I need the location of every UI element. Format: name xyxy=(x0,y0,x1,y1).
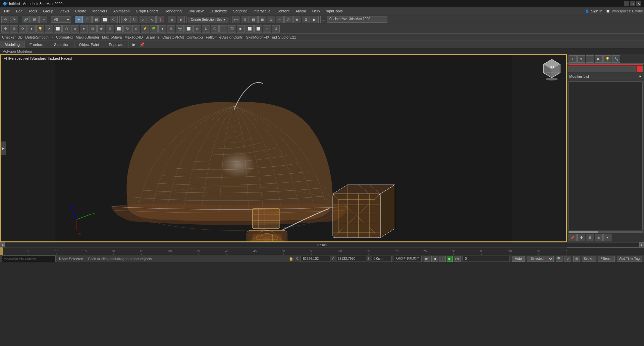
pb-prev-frame[interactable]: ◀ xyxy=(431,256,438,262)
menu-graph-editors[interactable]: Graph Editors xyxy=(133,8,161,14)
tb2-btn15[interactable]: ↻ xyxy=(123,25,131,33)
viewport-play-arrow[interactable]: ▶ xyxy=(1,141,6,155)
render-setup-button[interactable]: 🖥 xyxy=(302,16,310,23)
menu-interactive[interactable]: Interactive xyxy=(251,8,273,14)
maximize-button[interactable]: □ xyxy=(630,1,635,6)
tb2-btn19[interactable]: ♦ xyxy=(158,25,166,33)
pb-pause[interactable]: ⏸ xyxy=(439,256,446,262)
tb2-btn9[interactable]: ⊕ xyxy=(71,25,79,33)
plugin-falloff[interactable]: FallOff xyxy=(206,35,217,39)
tab-object-paint[interactable]: Object Paint xyxy=(74,41,104,48)
tb2-btn12[interactable]: ⊕ xyxy=(97,25,105,33)
pivot-button[interactable]: ◈ xyxy=(177,16,185,23)
rp-scroll[interactable] xyxy=(569,231,643,233)
menu-arnold[interactable]: Arnold xyxy=(293,8,309,14)
plugin-etassign[interactable]: etAssignContri xyxy=(219,35,244,39)
select-rect-button[interactable]: ⬜ xyxy=(101,16,109,23)
close-button[interactable]: ✕ xyxy=(636,1,641,6)
scale-uniform-button[interactable]: ⤡ xyxy=(148,16,156,23)
lock-icon[interactable]: 🔒 xyxy=(289,256,293,261)
menu-animation[interactable]: Animation xyxy=(111,8,132,14)
tb2-btn17[interactable]: ⚡ xyxy=(141,25,149,33)
frame-counter[interactable] xyxy=(463,256,510,262)
pb-play-fwd[interactable]: ▶ xyxy=(447,256,453,262)
coord-z-field[interactable] xyxy=(372,256,392,262)
minimize-button[interactable]: ─ xyxy=(624,1,629,6)
tb2-btn4[interactable]: ▼ xyxy=(28,25,36,33)
plugin-maxtomaya[interactable]: MaxToMaya xyxy=(102,35,122,39)
bind-space-warp-button[interactable]: 〜 xyxy=(39,16,47,23)
tb2-btn1[interactable]: ⚙ xyxy=(1,25,9,33)
ribbon-pin-btn[interactable]: 📌 xyxy=(139,41,146,48)
curve-editor-button[interactable]: ~ xyxy=(276,16,284,23)
select-object-button[interactable]: ✛ xyxy=(75,16,83,23)
plugin-deletesmooth[interactable]: DeleteSmooth xyxy=(25,35,49,39)
filters-button[interactable]: Filters... xyxy=(598,256,615,262)
rp-cut-btn[interactable]: ✂ xyxy=(603,234,611,241)
tb2-btn30[interactable]: ⬜ xyxy=(254,25,262,33)
tb2-btn8[interactable]: ⬡ xyxy=(62,25,70,33)
zoom-extents-btn[interactable]: ⤢ xyxy=(565,256,571,262)
plugin-skinmorphfix[interactable]: SkinMorphFIX xyxy=(246,35,269,39)
scale-button[interactable]: ⤢ xyxy=(139,16,147,23)
tb2-btn31[interactable]: ↔ xyxy=(263,25,271,33)
tb2-btn29[interactable]: ⬜ xyxy=(246,25,254,33)
plugin-contexps[interactable]: ContExpS xyxy=(186,35,203,39)
rp-color-swatch[interactable] xyxy=(637,66,643,72)
frame-prev-btn[interactable]: ◀ xyxy=(0,242,5,248)
tb2-btn23[interactable]: ⊙ xyxy=(193,25,201,33)
render-button[interactable]: ▶ xyxy=(311,16,319,23)
tab-selection[interactable]: Selection xyxy=(49,41,74,48)
rp-delete-btn[interactable]: 🗑 xyxy=(595,234,603,241)
tb2-btn11[interactable]: ⊟ xyxy=(89,25,97,33)
schematic-view-button[interactable]: ⬡ xyxy=(284,16,292,23)
menu-rendering[interactable]: Rendering xyxy=(162,8,184,14)
tb2-btn14[interactable]: ⬜ xyxy=(115,25,123,33)
plugin-scanline[interactable]: Scanline xyxy=(146,35,160,39)
tb2-btn2[interactable]: ⊞ xyxy=(10,25,18,33)
viewport[interactable]: [+] [Perspective] [Standard] [Edged Face… xyxy=(0,54,567,242)
coord-x-field[interactable] xyxy=(300,256,330,262)
rp-edit-btn[interactable]: ✎ xyxy=(577,55,585,63)
select-region-button[interactable]: ⬚ xyxy=(84,16,92,23)
create-selection-set[interactable]: Create Selection Set ▼ xyxy=(189,17,228,22)
rp-color-input[interactable] xyxy=(569,66,636,72)
tb2-btn24[interactable]: ⚙ xyxy=(202,25,210,33)
tb2-btn18[interactable]: 🌳 xyxy=(150,25,158,33)
selected-dropdown[interactable]: Selected xyxy=(527,256,554,262)
undo-button[interactable]: ↶ xyxy=(1,16,9,23)
viewport-nav-cube[interactable]: Top xyxy=(540,58,564,82)
mirror-button[interactable]: ⟺ xyxy=(232,16,240,23)
rp-hierarchy-btn[interactable]: ⊞ xyxy=(586,55,594,63)
maxscript-mini-listener[interactable]: MAXScript Mini Listener xyxy=(2,255,56,262)
menu-civil-view[interactable]: Civil View xyxy=(185,8,206,14)
tb2-btn6[interactable]: ☀ xyxy=(45,25,53,33)
place-button[interactable]: 📍 xyxy=(156,16,164,23)
plugin-coronafix[interactable]: CoronaFix xyxy=(56,35,73,39)
tb2-btn28[interactable]: ▶ xyxy=(237,25,245,33)
rotate-button[interactable]: ↻ xyxy=(130,16,138,23)
menu-rapidtools[interactable]: rapidTools xyxy=(323,8,345,14)
scene-explorer-button[interactable]: 🗂 xyxy=(267,16,275,23)
menu-tools[interactable]: Tools xyxy=(26,8,40,14)
rp-pin-btn[interactable]: 📌 xyxy=(569,234,577,241)
rp-create-btn[interactable]: + xyxy=(569,55,577,63)
tab-freeform[interactable]: Freeform xyxy=(25,41,50,48)
modifier-list-dropdown-arrow[interactable]: ▼ xyxy=(638,74,642,78)
set-key-button[interactable]: Set K... xyxy=(582,256,596,262)
menu-file[interactable]: File xyxy=(1,8,13,14)
tb2-btn20[interactable]: ⊞ xyxy=(167,25,175,33)
filter-dropdown[interactable]: All xyxy=(51,16,71,23)
frame-track[interactable]: 0 / 100 xyxy=(5,243,639,247)
tb2-btn26[interactable]: ↔ xyxy=(219,25,227,33)
menu-scripting[interactable]: Scripting xyxy=(230,8,250,14)
menu-content[interactable]: Content xyxy=(274,8,292,14)
tb2-btn21[interactable]: 📷 xyxy=(176,25,184,33)
menu-modifiers[interactable]: Modifiers xyxy=(90,8,110,14)
layer-manager-button[interactable]: ⊞ xyxy=(258,16,266,23)
pb-jump-end[interactable]: ⏭ xyxy=(454,256,461,262)
sign-in-label[interactable]: Sign In xyxy=(591,9,602,13)
rp-copy-btn[interactable]: ⊟ xyxy=(586,234,594,241)
reference-coord-button[interactable]: ⊕ xyxy=(168,16,176,23)
tb2-btn3[interactable]: ⟳ xyxy=(19,25,27,33)
